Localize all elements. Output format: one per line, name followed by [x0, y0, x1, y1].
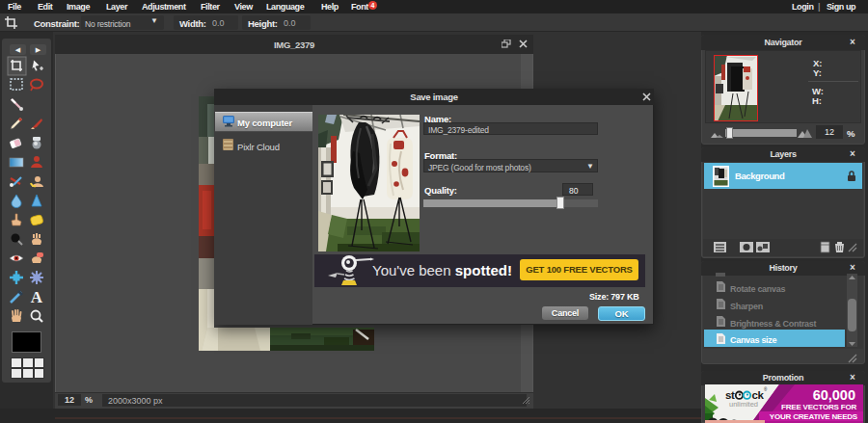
svg-text:FREE VECTORS FOR: FREE VECTORS FOR	[781, 403, 856, 411]
svg-text:unlimited: unlimited	[729, 400, 758, 409]
svg-text:A: A	[31, 288, 43, 306]
svg-text:YOUR CREATIVE NEEDS: YOUR CREATIVE NEEDS	[770, 412, 858, 421]
svg-text:60,000: 60,000	[813, 387, 855, 403]
